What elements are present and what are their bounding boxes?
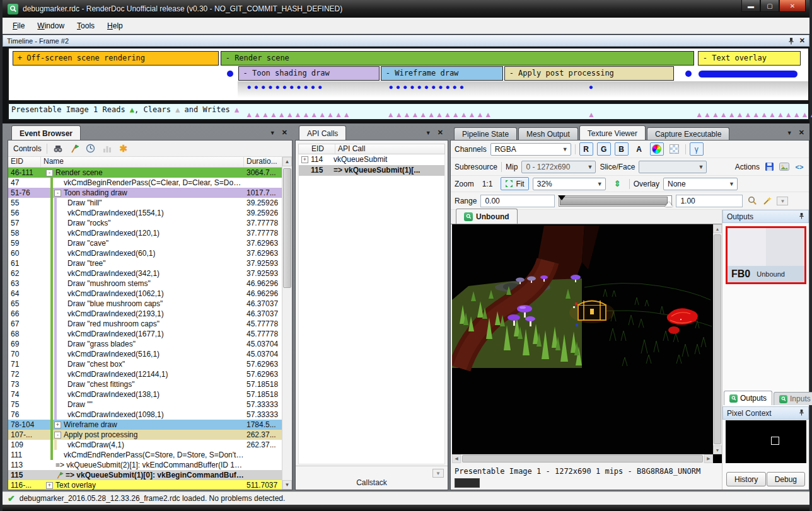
range-slider-thumb[interactable] <box>560 197 668 205</box>
table-row[interactable]: 57 Draw "rocks" 37.77778 <box>8 218 282 228</box>
table-row[interactable]: 109 vkCmdDraw(4,1) 262.37... <box>8 440 282 450</box>
tree-expander[interactable]: - <box>54 190 61 197</box>
timeline-draw-dots[interactable]: ●●●●●●●●●●● <box>246 83 325 91</box>
blue-channel-button[interactable]: B <box>615 142 629 156</box>
table-row[interactable]: 68 vkCmdDrawIndexed(1677,1) 45.77778 <box>8 329 282 339</box>
tree-expander[interactable]: + <box>301 156 308 163</box>
right-panel-tab[interactable]: Capture Executable <box>647 127 729 141</box>
tree-expander[interactable] <box>58 341 65 348</box>
autofit-wand-icon[interactable] <box>762 195 773 207</box>
close-icon[interactable]: ✕ <box>282 129 287 137</box>
tree-expander[interactable] <box>46 462 53 469</box>
find-event-icon[interactable] <box>52 143 64 154</box>
table-row[interactable]: 107-... - Apply post processing 262.37..… <box>8 430 282 440</box>
flip-y-button[interactable]: ⇕ <box>610 177 625 190</box>
table-row[interactable]: 111 vkCmdEndRenderPass(C=Store, D=Store,… <box>8 450 282 460</box>
table-row[interactable]: 62 vkCmdDrawIndexed(342,1) 37.92593 <box>8 268 282 278</box>
table-row[interactable]: 70 vkCmdDrawIndexed(516,1) 45.03704 <box>8 349 282 359</box>
table-row[interactable]: 72 vkCmdDrawIndexed(12144,1) 57.62963 <box>8 369 282 379</box>
scroll-left-icon[interactable]: ◀ <box>452 454 461 463</box>
table-row[interactable]: 66 vkCmdDrawIndexed(2193,1) 46.37037 <box>8 309 282 319</box>
usage-triangles[interactable]: ▲ <box>588 111 596 119</box>
tree-expander[interactable] <box>58 220 65 227</box>
fb0-output-thumbnail[interactable]: FB0 Unbound <box>726 226 806 284</box>
close-button[interactable]: ✕ <box>779 0 806 12</box>
tree-expander[interactable] <box>58 351 65 358</box>
table-row[interactable]: 60 vkCmdDrawIndexed(60,1) 37.62963 <box>8 248 282 258</box>
table-row[interactable]: 51-76 - Toon shading draw 1017.7... <box>8 188 282 198</box>
alpha-channel-button[interactable]: A <box>632 142 646 156</box>
history-button[interactable]: History <box>726 472 766 486</box>
scroll-up-icon[interactable]: ▲ <box>282 157 292 166</box>
tree-expander[interactable] <box>301 167 308 174</box>
time-events-clock-icon[interactable] <box>85 143 96 154</box>
table-row[interactable]: 69 Draw "grass blades" 45.03704 <box>8 339 282 349</box>
table-row[interactable]: 115 => vkQueueSubmit(1)[... <box>299 165 444 176</box>
timeline-panel[interactable]: + Off-screen scene rendering- Render sce… <box>8 47 809 101</box>
zoom-1to1-button[interactable]: 1:1 <box>478 177 497 190</box>
resource-usage-strip[interactable]: Presentable Image 1 Reads ▲, Clears ▲ an… <box>8 103 809 120</box>
green-channel-button[interactable]: G <box>597 142 611 156</box>
table-row[interactable]: 46-111 - Render scene 3064.7... <box>8 168 282 178</box>
right-panel-tab[interactable]: Texture Viewer <box>579 125 646 141</box>
tab-api-calls[interactable]: API Calls <box>299 125 346 141</box>
bookmark-asterisk-icon[interactable]: ✱ <box>118 143 129 154</box>
close-icon[interactable]: ✕ <box>438 129 443 137</box>
gamma-button[interactable]: γ <box>690 142 704 156</box>
table-row[interactable]: + 114 vkQueueSubmit <box>299 154 444 165</box>
channels-combo[interactable]: RGBA▼ <box>490 143 571 156</box>
tree-expander[interactable] <box>58 381 65 388</box>
range-slider[interactable] <box>559 195 672 207</box>
red-channel-button[interactable]: R <box>579 142 593 156</box>
sliceface-combo[interactable]: ▼ <box>639 161 707 173</box>
usage-triangles[interactable]: ▲▲▲▲▲▲▲▲▲▲▲▲▲▲▲▲▲ <box>695 111 812 119</box>
pixel-context-view[interactable] <box>726 420 806 463</box>
save-image-icon[interactable] <box>779 161 790 173</box>
table-row[interactable]: 64 vkCmdDrawIndexed(1062,1) 46.96296 <box>8 289 282 299</box>
table-row[interactable]: 113 => vkQueueSubmit(2)[1]: vkEndCommand… <box>8 460 282 470</box>
tree-expander[interactable] <box>58 301 65 307</box>
right-panel-tab[interactable]: Pipeline State <box>454 127 517 141</box>
table-row[interactable]: 67 Draw "red mushroom caps" 45.77778 <box>8 319 282 329</box>
tree-expander[interactable] <box>58 290 65 297</box>
tree-expander[interactable] <box>54 452 61 459</box>
timeline-marker-bar[interactable] <box>227 71 233 77</box>
tree-expander[interactable] <box>58 210 65 217</box>
tree-expander[interactable] <box>58 200 65 207</box>
mip-combo[interactable]: 0 - 1272x690▼ <box>521 161 596 173</box>
menu-item[interactable]: File <box>6 19 31 33</box>
chevron-down-icon[interactable]: ▼ <box>787 130 792 136</box>
scroll-up-icon[interactable]: ▲ <box>713 224 722 233</box>
chevron-down-icon[interactable]: ▼ <box>270 130 276 136</box>
table-row[interactable]: 71 Draw "chest box" 57.62963 <box>8 359 282 369</box>
timeline-marker-bar[interactable]: - Toon shading draw <box>238 66 380 81</box>
zoom-fit-button[interactable]: Fit <box>501 177 528 190</box>
maximize-button[interactable]: ▢ <box>760 0 779 12</box>
timeline-marker-bar[interactable]: - Wireframe draw <box>381 66 504 81</box>
event-browser-scrollbar[interactable]: ▲ ▼ <box>282 157 292 490</box>
save-texture-icon[interactable] <box>763 161 775 173</box>
tree-expander[interactable]: - <box>54 432 61 439</box>
usage-triangles[interactable]: ▲▲▲▲▲▲▲▲▲▲▲▲▲ <box>387 111 492 119</box>
scroll-right-icon[interactable]: ▶ <box>704 454 713 463</box>
tab-event-browser[interactable]: Event Browser <box>11 125 81 141</box>
texture-vertical-scrollbar[interactable]: ▲ ▼ <box>713 224 722 454</box>
tree-expander[interactable] <box>46 472 53 479</box>
menu-item[interactable]: Help <box>101 19 129 33</box>
tree-expander[interactable] <box>58 270 65 277</box>
timeline-marker-bar[interactable] <box>685 71 692 77</box>
scrollbar-thumb[interactable] <box>283 168 291 288</box>
minimize-button[interactable]: ▬ <box>741 0 760 12</box>
tree-expander[interactable] <box>58 391 65 398</box>
tree-expander[interactable]: + <box>54 422 61 428</box>
range-min-field[interactable]: 0.00 <box>480 195 555 207</box>
tree-expander[interactable] <box>58 321 65 328</box>
tree-expander[interactable] <box>58 230 65 237</box>
open-resource-code-icon[interactable]: <> <box>794 161 805 173</box>
table-row[interactable]: 74 vkCmdDrawIndexed(138,1) 57.18518 <box>8 389 282 399</box>
table-row[interactable]: 56 vkCmdDrawIndexed(1554,1) 39.25926 <box>8 208 282 218</box>
tab-unbound[interactable]: Unbound <box>456 209 518 224</box>
texture-display-area[interactable]: ▲ ▼ ◀ ▶ <box>452 224 722 463</box>
texture-image[interactable] <box>452 224 713 454</box>
menu-item[interactable]: Window <box>31 19 71 33</box>
